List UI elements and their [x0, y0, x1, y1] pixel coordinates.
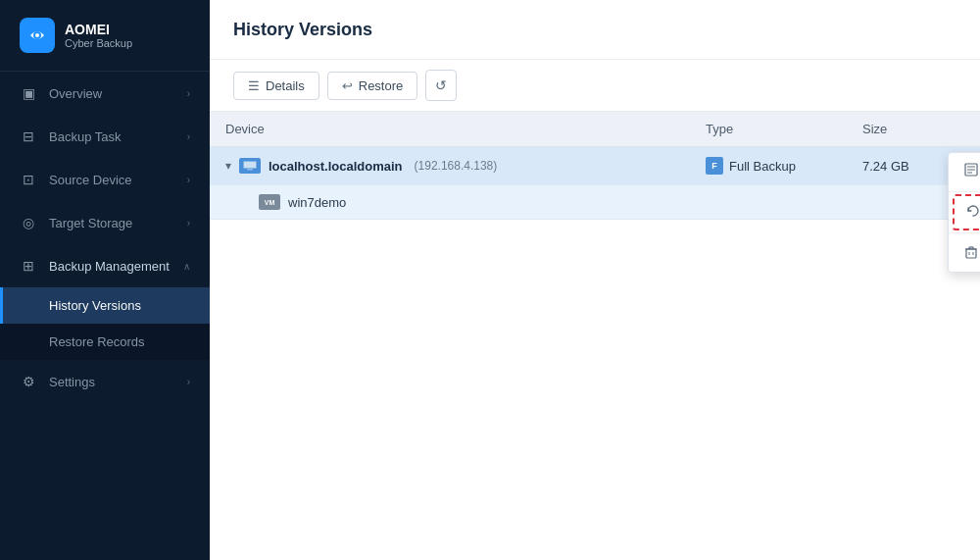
chevron-up-icon: ∧: [183, 261, 190, 272]
sidebar-item-settings[interactable]: ⚙ Settings ›: [0, 360, 210, 403]
vm-icon: VM: [259, 194, 280, 210]
device-icon: [239, 158, 261, 174]
page-title: History Versions: [233, 20, 372, 40]
settings-icon: ⚙: [20, 373, 37, 390]
sidebar-label-overview: Overview: [49, 86, 175, 101]
brand-name: AOMEI: [65, 22, 132, 37]
table-body: ▾ localhost.localdomain (192.168.4.138) …: [210, 147, 980, 220]
table-row: VM win7demo: [210, 185, 980, 220]
logo: AOMEI Cyber Backup: [0, 0, 210, 72]
details-button[interactable]: ☰ Details: [233, 72, 319, 100]
svg-rect-4: [244, 162, 256, 168]
table-row: ▾ localhost.localdomain (192.168.4.138) …: [210, 147, 980, 185]
logo-text: AOMEI Cyber Backup: [65, 22, 132, 49]
source-device-icon: ⊡: [20, 171, 37, 188]
sidebar-item-restore-records[interactable]: Restore Records: [0, 324, 210, 360]
device-ip: (192.168.4.138): [415, 159, 498, 173]
dropdown-delete[interactable]: Delete: [949, 235, 980, 272]
col-device: Device: [225, 122, 706, 136]
details-menu-icon: [964, 163, 978, 179]
menu-separator: [949, 232, 980, 233]
toolbar: ☰ Details ↩ Restore ↺: [210, 60, 980, 112]
restore-icon: ↩: [342, 78, 353, 93]
sidebar-label-target-storage: Target Storage: [49, 216, 175, 230]
refresh-icon: ↺: [435, 77, 447, 93]
sidebar-label-settings: Settings: [49, 375, 175, 389]
expand-collapse-button[interactable]: ▾: [225, 159, 231, 173]
svg-rect-5: [247, 169, 253, 171]
target-storage-icon: ◎: [20, 214, 37, 231]
sidebar-item-backup-task[interactable]: ⊟ Backup Task ›: [0, 115, 210, 158]
details-icon: ☰: [248, 78, 260, 93]
device-name-cell: ▾ localhost.localdomain (192.168.4.138): [225, 158, 706, 174]
details-label: Details: [266, 78, 305, 93]
table-header: Device Type Size Operation: [210, 112, 980, 147]
chevron-icon: ›: [187, 218, 190, 229]
sidebar-item-overview[interactable]: ▣ Overview ›: [0, 72, 210, 115]
overview-icon: ▣: [20, 84, 37, 102]
backup-management-icon: ⊞: [20, 257, 37, 275]
chevron-icon: ›: [187, 377, 190, 387]
sidebar-label-backup-task: Backup Task: [49, 129, 175, 144]
backup-management-submenu: History Versions Restore Records: [0, 287, 210, 360]
svg-point-1: [35, 33, 39, 37]
backup-type-label: Full Backup: [729, 159, 796, 174]
refresh-button[interactable]: ↺: [425, 70, 457, 101]
restore-label: Restore: [359, 78, 404, 93]
table-area: Device Type Size Operation ▾ local: [210, 112, 980, 560]
restore-button[interactable]: ↩ Restore: [327, 72, 418, 100]
backup-type-cell: F Full Backup: [706, 157, 862, 175]
col-type: Type: [706, 122, 862, 136]
chevron-icon: ›: [187, 88, 190, 99]
dropdown-menu: Details Restore: [948, 152, 980, 273]
sidebar-label-source-device: Source Device: [49, 173, 175, 187]
brand-sub: Cyber Backup: [65, 37, 132, 49]
vm-name: win7demo: [288, 195, 346, 210]
sidebar-item-history-versions[interactable]: History Versions: [0, 287, 210, 324]
svg-rect-10: [966, 249, 976, 258]
sidebar-item-source-device[interactable]: ⊡ Source Device ›: [0, 158, 210, 201]
restore-records-label: Restore Records: [49, 334, 145, 349]
restore-menu-icon: [966, 204, 980, 221]
chevron-icon: ›: [187, 175, 190, 185]
main-header: History Versions ?: [210, 0, 980, 60]
sidebar: AOMEI Cyber Backup ▣ Overview › ⊟ Backup…: [0, 0, 210, 560]
backup-task-icon: ⊟: [20, 127, 37, 145]
backup-type-icon: F: [706, 157, 723, 175]
dropdown-details[interactable]: Details: [949, 153, 980, 189]
sidebar-item-backup-management[interactable]: ⊞ Backup Management ∧: [0, 244, 210, 287]
logo-icon: [20, 18, 55, 53]
size-value: 7.24 GB: [862, 159, 909, 174]
dropdown-restore[interactable]: Restore: [953, 194, 980, 230]
sidebar-label-backup-management: Backup Management: [49, 259, 172, 274]
main-content: History Versions ? ☰ Details ↩ Restore ↺: [210, 0, 980, 560]
delete-menu-icon: [964, 245, 978, 262]
device-hostname: localhost.localdomain: [269, 159, 403, 174]
menu-separator: [949, 191, 980, 192]
sidebar-item-target-storage[interactable]: ◎ Target Storage ›: [0, 201, 210, 244]
col-size: Size: [862, 122, 980, 136]
history-versions-label: History Versions: [49, 298, 141, 313]
chevron-icon: ›: [187, 131, 190, 142]
vm-cell: VM win7demo: [259, 194, 739, 210]
